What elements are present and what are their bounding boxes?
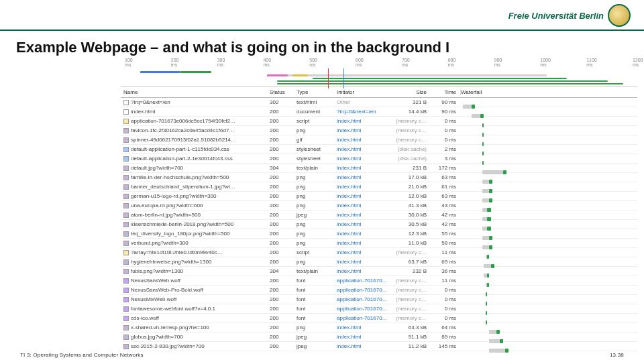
time-cell: 11 ms bbox=[431, 249, 460, 255]
table-row[interactable]: banner_deutschland_stipendium-1.jpg?wi…2… bbox=[121, 182, 637, 192]
initiator-cell[interactable]: index.html bbox=[337, 212, 390, 218]
initiator-cell[interactable]: index.html bbox=[337, 231, 390, 237]
initiator-cell[interactable]: index.html bbox=[337, 127, 390, 133]
timeline-tick: 600 ms bbox=[356, 58, 356, 67]
table-row[interactable]: german-u15-logo-rd.png?width=300200pngin… bbox=[121, 192, 637, 201]
file-icon bbox=[123, 166, 129, 171]
table-row[interactable]: default-application-part-1-c115fdc034.cs… bbox=[121, 145, 637, 154]
request-name: cds-ico.woff bbox=[131, 315, 159, 321]
initiator-cell[interactable]: index.html bbox=[337, 165, 390, 171]
timeline-tick: 500 ms bbox=[309, 58, 310, 67]
request-name: globus.jpg?width=700 bbox=[131, 334, 183, 340]
col-size[interactable]: Size bbox=[390, 89, 431, 95]
time-cell: 64 ms bbox=[431, 324, 460, 330]
table-row[interactable]: default-application-part-2-1e3d014fc43.c… bbox=[121, 154, 637, 164]
initiator-cell[interactable]: application-701670… bbox=[337, 315, 390, 321]
initiator-cell[interactable]: index.html bbox=[337, 156, 390, 162]
table-row[interactable]: ideenschmiede-berlin-2018.png?width=5002… bbox=[121, 220, 637, 229]
initiator-cell[interactable]: index.html bbox=[337, 193, 390, 199]
table-row[interactable]: atom-berlin-rd.jpg?width=500200jpegindex… bbox=[121, 210, 637, 220]
table-row[interactable]: globus.jpg?width=700200jpegindex.html51.… bbox=[121, 333, 637, 342]
initiator-cell[interactable]: index.html bbox=[337, 202, 390, 208]
initiator-cell[interactable]: index.html bbox=[337, 137, 390, 143]
status-cell: 200 bbox=[270, 231, 297, 237]
table-row[interactable]: familie-in-der-hochschule.png?width=5002… bbox=[121, 173, 637, 182]
timeline-overview[interactable]: 100 ms200 ms300 ms400 ms500 ms600 ms700 … bbox=[121, 58, 637, 87]
request-name: ?irq=0&next=/en bbox=[131, 99, 170, 105]
col-waterfall[interactable]: Waterfall bbox=[460, 89, 637, 95]
col-name[interactable]: Name bbox=[121, 89, 270, 95]
initiator-cell[interactable]: index.html bbox=[337, 334, 390, 340]
seal-icon bbox=[608, 4, 631, 27]
initiator-cell[interactable]: index.html bbox=[337, 259, 390, 265]
size-cell: 11.0 kB bbox=[390, 240, 431, 246]
file-icon bbox=[123, 213, 129, 218]
file-icon bbox=[123, 175, 129, 180]
file-icon bbox=[123, 184, 129, 190]
table-row[interactable]: spinner-49d062170913f02a1.51082b5214…200… bbox=[121, 135, 637, 145]
table-row[interactable]: favicon-1fc-2f30162ca2c0a45acd4c1f6d7…20… bbox=[121, 126, 637, 135]
footer-right: 13.38 bbox=[610, 352, 624, 358]
file-icon bbox=[123, 335, 129, 340]
initiator-cell[interactable]: index.html bbox=[337, 343, 390, 349]
initiator-cell[interactable]: application-701670… bbox=[337, 296, 390, 302]
timeline-tick: 800 ms bbox=[448, 58, 449, 67]
initiator-cell[interactable]: application-701670… bbox=[337, 278, 390, 284]
table-row[interactable]: hygienehinweise.png?width=1300200pnginde… bbox=[121, 257, 637, 267]
type-cell: script bbox=[297, 249, 337, 255]
table-row[interactable]: ?irq=0&next=/en302text/htmlOther321 B90 … bbox=[121, 98, 637, 107]
status-cell: 200 bbox=[270, 249, 297, 255]
table-row[interactable]: x-shared-vh-terresp.png?he=100200pnginde… bbox=[121, 323, 637, 333]
type-cell: document bbox=[297, 109, 337, 115]
table-row[interactable]: application-701673e006dc5cc1754f30fcf2…2… bbox=[121, 117, 637, 126]
status-cell: 200 bbox=[270, 174, 297, 180]
table-header[interactable]: Name Status Type Initiator Size Time Wat… bbox=[121, 87, 637, 98]
initiator-cell[interactable]: application-701670… bbox=[337, 306, 390, 312]
status-cell: 200 bbox=[270, 240, 297, 246]
initiator-cell[interactable]: index.html bbox=[337, 118, 390, 124]
timeline-bars bbox=[125, 68, 633, 88]
initiator-cell[interactable]: index.html bbox=[337, 184, 390, 190]
col-status[interactable]: Status bbox=[270, 89, 297, 95]
col-type[interactable]: Type bbox=[297, 89, 337, 95]
initiator-cell[interactable]: index.html bbox=[337, 324, 390, 330]
status-cell: 200 bbox=[270, 315, 297, 321]
table-row[interactable]: teq_diversity_logo_180px.png?width=50020… bbox=[121, 229, 637, 239]
table-row[interactable]: index.html200document?irq=0&next=/en14.4… bbox=[121, 107, 637, 117]
table-row[interactable]: fubis.png?width=1300304text/plainindex.h… bbox=[121, 267, 637, 276]
table-row[interactable]: fontawesome-webfont.woff?v=4.0.1200fonta… bbox=[121, 304, 637, 314]
initiator-cell[interactable]: index.html bbox=[337, 249, 390, 255]
initiator-cell[interactable]: ?irq=0&next=/en bbox=[337, 109, 390, 115]
table-row[interactable]: default.jpg?width=700304text/plainindex.… bbox=[121, 164, 637, 173]
request-name: NexusMixWeb.woff bbox=[131, 296, 176, 302]
table-row[interactable]: ?array=hte1dt1t8://hte0.tdt0n99v40c…200s… bbox=[121, 248, 637, 257]
table-row[interactable]: NexusMixWeb.woff200fontapplication-70167… bbox=[121, 295, 637, 304]
initiator-cell[interactable]: application-701670… bbox=[337, 287, 390, 293]
file-icon bbox=[123, 147, 129, 152]
time-cell: 42 ms bbox=[431, 221, 460, 227]
initiator-cell[interactable]: index.html bbox=[337, 268, 390, 274]
table-row[interactable]: NexusSansWeb-Pro-Bold.woff200fontapplica… bbox=[121, 286, 637, 295]
status-cell: 200 bbox=[270, 221, 297, 227]
col-time[interactable]: Time bbox=[431, 89, 460, 95]
table-row[interactable]: verbund.png?width=300200pngindex.html11.… bbox=[121, 239, 637, 248]
timeline-tick: 400 ms bbox=[263, 58, 264, 67]
col-initiator[interactable]: Initiator bbox=[337, 89, 390, 95]
table-row[interactable]: NexusSansWeb.woff200fontapplication-7016… bbox=[121, 276, 637, 286]
type-cell: png bbox=[297, 174, 337, 180]
time-cell: 90 ms bbox=[431, 109, 460, 115]
request-name: index.html bbox=[131, 109, 155, 115]
slide-title: Example Webpage – and what is going on i… bbox=[16, 39, 449, 56]
initiator-cell[interactable]: index.html bbox=[337, 221, 390, 227]
request-name: teq_diversity_logo_180px.png?width=500 bbox=[131, 231, 229, 237]
type-cell: stylesheet bbox=[297, 146, 337, 152]
size-cell: 17.0 kB bbox=[390, 174, 431, 180]
type-cell: jpeg bbox=[297, 212, 337, 218]
table-row[interactable]: cds-ico.woff200fontapplication-701670…(m… bbox=[121, 314, 637, 323]
table-row[interactable]: una-europa-rd.png?width=600200pngindex.h… bbox=[121, 201, 637, 210]
initiator-cell[interactable]: index.html bbox=[337, 174, 390, 180]
table-row[interactable]: ssc-2015-2-830.jpg?width=700200jpegindex… bbox=[121, 342, 637, 351]
time-cell: 90 ms bbox=[431, 99, 460, 105]
initiator-cell[interactable]: index.html bbox=[337, 240, 390, 246]
initiator-cell[interactable]: index.html bbox=[337, 146, 390, 152]
